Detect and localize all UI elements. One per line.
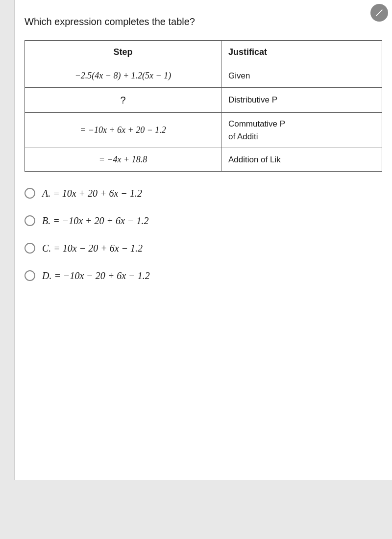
option-a-text: A. = 10x + 20 + 6x − 1.2 bbox=[42, 186, 142, 200]
steps-table: Step Justificat −2.5(4x − 8) + 1.2(5x − … bbox=[24, 40, 382, 172]
header-justification: Justificat bbox=[221, 41, 382, 64]
option-c-text: C. = 10x − 20 + 6x − 1.2 bbox=[42, 241, 143, 255]
option-d[interactable]: D. = −10x − 20 + 6x − 1.2 bbox=[24, 269, 382, 282]
radio-c[interactable] bbox=[24, 243, 35, 254]
table-wrapper: Step Justificat −2.5(4x − 8) + 1.2(5x − … bbox=[24, 40, 382, 172]
just-cell-1: Given bbox=[221, 64, 382, 88]
radio-d[interactable] bbox=[24, 270, 35, 281]
just-cell-3: Commutative Pof Additi bbox=[221, 113, 382, 148]
left-border bbox=[0, 0, 15, 539]
just-cell-2: Distributive P bbox=[221, 88, 382, 113]
question-text: Which expression completes the table? bbox=[24, 15, 382, 28]
step-cell-4: = −4x + 18.8 bbox=[25, 148, 221, 172]
step-cell-1: −2.5(4x − 8) + 1.2(5x − 1) bbox=[25, 64, 221, 88]
radio-b[interactable] bbox=[24, 215, 35, 226]
table-row: −2.5(4x − 8) + 1.2(5x − 1) Given bbox=[25, 64, 382, 88]
step-3-text: = −10x + 6x + 20 − 1.2 bbox=[80, 125, 166, 135]
just-cell-4: Addition of Lik bbox=[221, 148, 382, 172]
option-c[interactable]: C. = 10x − 20 + 6x − 1.2 bbox=[24, 241, 382, 255]
corner-icon bbox=[370, 4, 388, 22]
option-d-text: D. = −10x − 20 + 6x − 1.2 bbox=[42, 269, 150, 282]
option-b-text: B. = −10x + 20 + 6x − 1.2 bbox=[42, 214, 149, 228]
step-4-text: = −4x + 18.8 bbox=[99, 154, 147, 164]
step-2-text: ? bbox=[120, 95, 125, 105]
step-cell-3: = −10x + 6x + 20 − 1.2 bbox=[25, 113, 221, 148]
option-a[interactable]: A. = 10x + 20 + 6x − 1.2 bbox=[24, 186, 382, 200]
header-step: Step bbox=[25, 41, 221, 64]
step-1-text: −2.5(4x − 8) + 1.2(5x − 1) bbox=[75, 71, 172, 80]
step-cell-2: ? bbox=[25, 88, 221, 113]
option-b[interactable]: B. = −10x + 20 + 6x − 1.2 bbox=[24, 214, 382, 228]
table-row: = −10x + 6x + 20 − 1.2 Commutative Pof A… bbox=[25, 113, 382, 148]
radio-a[interactable] bbox=[24, 188, 35, 199]
table-row: ? Distributive P bbox=[25, 88, 382, 113]
options-container: A. = 10x + 20 + 6x − 1.2 B. = −10x + 20 … bbox=[24, 186, 382, 282]
bottom-area bbox=[0, 480, 392, 539]
table-row: = −4x + 18.8 Addition of Lik bbox=[25, 148, 382, 172]
